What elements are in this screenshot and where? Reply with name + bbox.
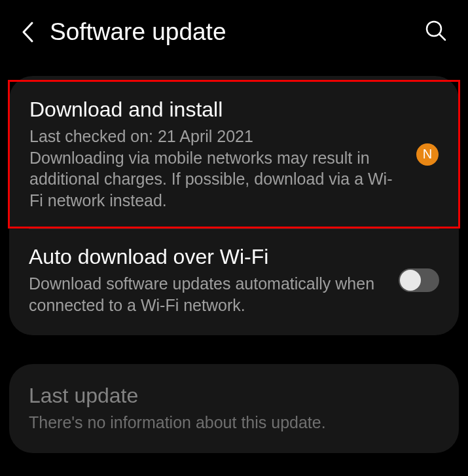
back-button[interactable] — [21, 21, 34, 43]
auto-download-toggle[interactable] — [399, 268, 439, 292]
row-last-update[interactable]: Last update There's no information about… — [9, 368, 459, 449]
page-title: Software update — [50, 18, 226, 46]
download-install-title: Download and install — [29, 98, 405, 122]
row-text: Download and install Last checked on: 21… — [29, 98, 405, 211]
highlight-annotation: Download and install Last checked on: 21… — [8, 80, 460, 229]
toggle-knob — [400, 270, 421, 291]
card-updates: Download and install Last checked on: 21… — [9, 76, 459, 335]
row-download-install[interactable]: Download and install Last checked on: 21… — [10, 82, 458, 227]
app-header: Software update — [0, 0, 468, 58]
row-auto-download[interactable]: Auto download over Wi-Fi Download softwa… — [9, 229, 459, 331]
chevron-left-icon — [21, 21, 34, 43]
last-update-title: Last update — [29, 384, 439, 408]
row-text: Last update There's no information about… — [29, 384, 439, 433]
download-install-desc: Last checked on: 21 April 2021 Downloadi… — [29, 126, 405, 211]
search-button[interactable] — [425, 20, 447, 45]
auto-download-desc: Download software updates automatically … — [29, 273, 387, 316]
search-icon — [425, 20, 447, 42]
row-text: Auto download over Wi-Fi Download softwa… — [29, 245, 387, 316]
notification-badge: N — [416, 143, 439, 166]
card-last-update: Last update There's no information about… — [9, 364, 459, 453]
last-update-desc: There's no information about this update… — [29, 412, 439, 433]
content-area: Download and install Last checked on: 21… — [0, 76, 468, 453]
header-left: Software update — [21, 18, 226, 46]
svg-line-1 — [439, 34, 445, 40]
auto-download-title: Auto download over Wi-Fi — [29, 245, 387, 269]
